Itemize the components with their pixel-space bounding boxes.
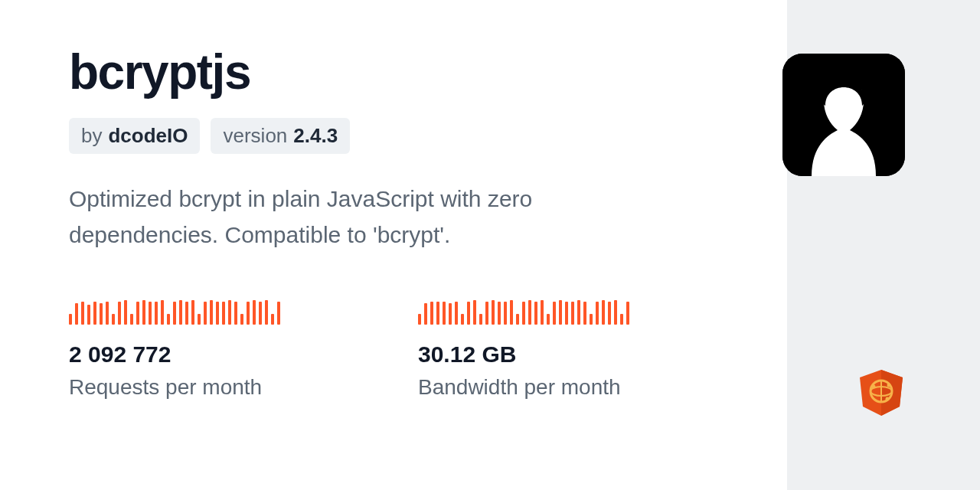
requests-value: 2 092 772 (69, 341, 280, 368)
bandwidth-label: Bandwidth per month (418, 375, 629, 400)
package-card: bcryptjs by dcodeIO version 2.4.3 Optimi… (69, 47, 758, 400)
avatar-silhouette-icon (782, 54, 905, 176)
bandwidth-value: 30.12 GB (418, 341, 629, 368)
package-title: bcryptjs (69, 47, 758, 96)
package-description: Optimized bcrypt in plain JavaScript wit… (69, 181, 651, 253)
requests-label: Requests per month (69, 375, 280, 400)
framework-badge-icon[interactable] (860, 370, 903, 416)
bandwidth-sparkline (418, 294, 629, 325)
version-value: 2.4.3 (293, 124, 338, 148)
version-prefix: version (223, 124, 287, 148)
svg-point-6 (872, 385, 876, 389)
svg-point-7 (887, 384, 891, 387)
stats-row: 2 092 772 Requests per month 30.12 GB Ba… (69, 294, 758, 400)
author-prefix: by (81, 124, 102, 148)
author-name: dcodeIO (108, 124, 188, 148)
requests-stat: 2 092 772 Requests per month (69, 294, 280, 400)
version-badge[interactable]: version 2.4.3 (211, 118, 350, 154)
bandwidth-stat: 30.12 GB Bandwidth per month (418, 294, 629, 400)
requests-sparkline (69, 294, 280, 325)
author-badge[interactable]: by dcodeIO (69, 118, 200, 154)
avatar[interactable] (782, 54, 905, 176)
svg-point-8 (886, 397, 890, 401)
badge-row: by dcodeIO version 2.4.3 (69, 118, 758, 154)
